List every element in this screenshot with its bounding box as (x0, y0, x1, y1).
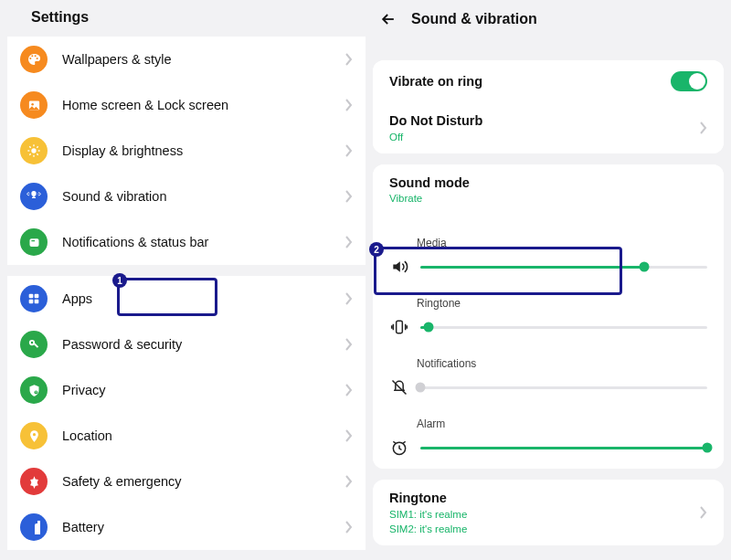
chevron-right-icon (700, 122, 707, 134)
svg-point-21 (32, 433, 35, 436)
settings-item-password[interactable]: Password & security (7, 322, 366, 367)
notifications-slider[interactable] (420, 386, 707, 389)
sound-mode-status: Vibrate (389, 193, 707, 204)
alarm-slider[interactable] (420, 447, 707, 449)
image-icon (20, 91, 48, 119)
svg-line-7 (29, 146, 30, 147)
svg-rect-11 (29, 238, 38, 247)
ringtone-row[interactable]: Ringtone SIM1: it's realme SIM2: it's re… (373, 480, 724, 545)
alarm-icon (389, 438, 409, 458)
settings-item-safety[interactable]: Safety & emergency (7, 459, 366, 504)
brightness-icon (20, 137, 48, 164)
svg-rect-13 (29, 294, 34, 299)
settings-item-label: Battery (62, 520, 345, 534)
chevron-right-icon (345, 429, 353, 442)
settings-item-label: Wallpapers & style (62, 52, 345, 67)
settings-item-battery[interactable]: Battery (7, 504, 366, 550)
chevron-right-icon (345, 190, 353, 203)
chevron-right-icon (345, 338, 353, 351)
svg-rect-23 (37, 521, 40, 523)
dnd-label: Do Not Disturb (389, 113, 700, 128)
back-button[interactable] (378, 9, 398, 29)
settings-item-notifications[interactable]: Notifications & status bar (7, 219, 366, 265)
media-slider[interactable] (420, 266, 707, 269)
chevron-right-icon (345, 292, 353, 305)
settings-item-home-lock[interactable]: Home screen & Lock screen (7, 82, 366, 128)
svg-point-1 (31, 103, 34, 106)
svg-line-9 (29, 153, 30, 154)
notifications-label: Notifications (417, 357, 707, 370)
alarm-label: Alarm (417, 417, 707, 430)
vibrate-on-ring-label: Vibrate on ring (389, 74, 671, 89)
page-title: Sound & vibration (411, 11, 537, 27)
svg-point-18 (30, 341, 33, 343)
sound-icon (20, 183, 48, 210)
vibrate-on-ring-row[interactable]: Vibrate on ring (373, 60, 724, 102)
settings-item-display[interactable]: Display & brightness (7, 128, 366, 174)
settings-group-display: Wallpapers & style Home screen & Lock sc… (7, 37, 366, 265)
dnd-status: Off (389, 132, 700, 143)
dnd-row[interactable]: Do Not Disturb Off (373, 102, 724, 153)
chevron-right-icon (345, 384, 353, 396)
settings-item-sound[interactable]: Sound & vibration (7, 174, 366, 219)
settings-item-label: Sound & vibration (62, 189, 345, 204)
ringtone-row-label: Ringtone (389, 491, 700, 505)
settings-item-label: Home screen & Lock screen (62, 98, 345, 112)
sound-mode-row[interactable]: Sound mode Vibrate (373, 164, 724, 206)
ringtone-slider-block: Ringtone (373, 288, 724, 348)
settings-item-privacy[interactable]: Privacy (7, 367, 366, 413)
ringtone-slider[interactable] (420, 326, 707, 329)
media-label: Media (417, 237, 707, 249)
settings-panel: Settings Wallpapers & style Home screen … (0, 0, 366, 560)
key-icon (20, 331, 48, 358)
chevron-right-icon (345, 475, 353, 488)
palette-icon (20, 46, 48, 73)
ringtone-label: Ringtone (417, 297, 707, 310)
shield-icon (20, 376, 48, 404)
ringtone-card: Ringtone SIM1: it's realme SIM2: it's re… (373, 480, 724, 545)
svg-rect-24 (397, 321, 403, 333)
settings-item-label: Safety & emergency (62, 474, 345, 489)
settings-item-label: Password & security (62, 337, 345, 352)
chevron-right-icon (345, 236, 353, 248)
apps-icon (20, 285, 48, 312)
speaker-icon (389, 257, 409, 277)
sound-card-1: Vibrate on ring Do Not Disturb Off (373, 60, 724, 153)
svg-rect-22 (35, 523, 40, 534)
sound-mode-label: Sound mode (389, 175, 707, 190)
ringtone-sim2: SIM2: it's realme (389, 523, 700, 534)
alarm-slider-block: Alarm (373, 408, 724, 469)
ringtone-sim1: SIM1: it's realme (389, 509, 700, 520)
bell-off-icon (389, 377, 409, 397)
svg-rect-19 (33, 343, 37, 347)
settings-item-label: Apps (62, 291, 345, 306)
svg-rect-12 (31, 240, 35, 241)
svg-rect-15 (29, 300, 34, 304)
svg-rect-16 (35, 300, 39, 304)
chevron-right-icon (345, 144, 353, 157)
chevron-right-icon (700, 506, 707, 519)
svg-rect-14 (35, 294, 39, 299)
settings-item-location[interactable]: Location (7, 413, 366, 459)
notification-icon (20, 228, 48, 256)
settings-item-wallpapers[interactable]: Wallpapers & style (7, 37, 366, 82)
settings-group-system: Apps Password & security Privacy (7, 276, 366, 550)
notifications-slider-block: Notifications (373, 348, 724, 408)
settings-item-label: Privacy (62, 383, 345, 397)
settings-item-label: Location (62, 428, 345, 443)
settings-item-label: Display & brightness (62, 143, 345, 158)
emergency-icon (20, 468, 48, 495)
media-slider-block: Media (373, 227, 724, 288)
chevron-right-icon (345, 53, 353, 66)
chevron-right-icon (345, 521, 353, 534)
chevron-right-icon (345, 99, 353, 111)
sound-vibration-panel: Sound & vibration Vibrate on ring Do Not… (366, 0, 731, 560)
battery-icon (20, 513, 48, 541)
settings-title: Settings (0, 0, 366, 37)
settings-item-label: Notifications & status bar (62, 235, 345, 249)
settings-item-apps[interactable]: Apps (7, 276, 366, 322)
location-icon (20, 422, 48, 449)
vibrate-icon (389, 317, 409, 337)
vibrate-on-ring-toggle[interactable] (671, 71, 707, 91)
sound-card-2: Sound mode Vibrate Media (373, 164, 724, 469)
